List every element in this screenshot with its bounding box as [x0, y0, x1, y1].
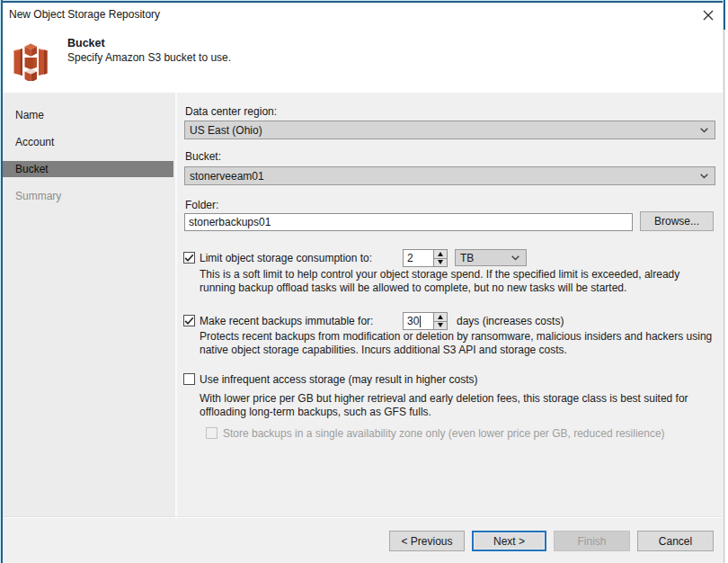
limit-amount-value[interactable]: 2 — [404, 250, 433, 266]
spin-down-button[interactable] — [434, 259, 447, 267]
limit-description: This is a soft limit to help control you… — [200, 268, 679, 295]
up-arrow-icon — [438, 252, 443, 256]
spin-down-button[interactable] — [434, 322, 447, 330]
new-object-storage-repository-dialog: New Object Storage Repository Bucket Spe… — [0, 0, 725, 563]
immutable-label[interactable]: Make recent backups immutable for: — [200, 315, 373, 327]
text-caret — [420, 316, 421, 327]
sidebar-item-bucket[interactable]: Bucket — [3, 161, 173, 177]
immutable-days-value[interactable]: 30 — [404, 313, 433, 329]
bucket-value: stonerveeam01 — [190, 170, 264, 183]
titlebar: New Object Storage Repository — [3, 3, 723, 29]
chevron-down-icon — [700, 128, 708, 133]
sidebar-item-account[interactable]: Account — [3, 134, 173, 150]
sidebar-item-name[interactable]: Name — [3, 107, 173, 123]
window-border-left — [1, 0, 3, 563]
down-arrow-icon — [438, 260, 443, 264]
data-center-region-select[interactable]: US East (Ohio) — [184, 121, 715, 139]
limit-unit-select[interactable]: TB — [455, 249, 527, 266]
immutable-checkbox[interactable] — [183, 315, 195, 326]
limit-unit-value: TB — [460, 252, 474, 264]
limit-amount-spinner[interactable]: 2 — [403, 249, 448, 267]
chevron-down-icon — [511, 255, 519, 261]
immutable-description: Protects recent backups from modificatio… — [200, 330, 712, 357]
folder-value: stonerbackups01 — [189, 216, 271, 228]
checkmark-icon — [184, 254, 194, 263]
finish-button: Finish — [554, 531, 630, 551]
infrequent-access-description: With lower price per GB but higher retri… — [200, 392, 688, 419]
close-button[interactable] — [695, 3, 722, 28]
chevron-down-icon — [700, 174, 708, 179]
limit-consumption-checkbox[interactable] — [183, 252, 195, 264]
previous-button[interactable]: < Previous — [389, 531, 465, 551]
sidebar-item-summary[interactable]: Summary — [3, 188, 173, 204]
single-zone-checkbox — [206, 427, 218, 439]
wizard-steps-sidebar: Name Account Bucket Summary — [3, 93, 175, 517]
spin-up-button[interactable] — [434, 250, 447, 259]
limit-consumption-label[interactable]: Limit object storage consumption to: — [200, 252, 372, 264]
bucket-select[interactable]: stonerveeam01 — [184, 166, 715, 185]
window-title: New Object Storage Repository — [9, 3, 160, 26]
immutable-days-spinner[interactable]: 30 — [403, 312, 448, 330]
step-title: Bucket — [67, 37, 105, 49]
amazon-s3-bucket-icon — [13, 41, 48, 81]
infrequent-access-label[interactable]: Use infrequent access storage (may resul… — [200, 373, 477, 386]
down-arrow-icon — [438, 323, 443, 327]
window-border-right-titlebar — [723, 0, 725, 30]
window-border-right — [724, 30, 724, 563]
step-subtitle: Specify Amazon S3 bucket to use. — [67, 51, 231, 64]
cancel-button[interactable]: Cancel — [637, 531, 714, 551]
folder-input[interactable]: stonerbackups01 — [184, 213, 633, 231]
immutable-days-suffix: days (increases costs) — [457, 315, 564, 327]
spin-up-button[interactable] — [434, 313, 447, 322]
window-border-top — [0, 1, 725, 3]
content-area — [177, 93, 724, 517]
checkmark-icon — [184, 317, 194, 326]
data-center-region-label: Data center region: — [185, 105, 277, 118]
browse-button[interactable]: Browse... — [640, 211, 714, 231]
single-zone-label: Store backups in a single availability z… — [223, 427, 665, 440]
infrequent-access-checkbox[interactable] — [183, 373, 195, 385]
close-icon — [703, 10, 714, 21]
folder-label: Folder: — [185, 199, 218, 211]
bucket-label: Bucket: — [185, 150, 221, 163]
next-button[interactable]: Next > — [472, 531, 546, 551]
up-arrow-icon — [438, 315, 443, 319]
data-center-region-value: US East (Ohio) — [190, 124, 262, 137]
